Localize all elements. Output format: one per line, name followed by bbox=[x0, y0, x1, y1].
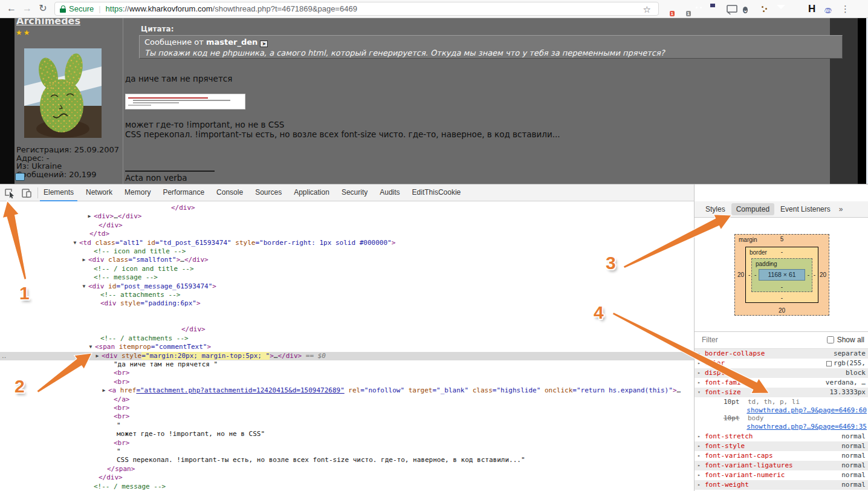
forward-icon[interactable]: → bbox=[21, 2, 34, 15]
dom-tree-row[interactable]: <!-- / icon and title --> bbox=[0, 265, 694, 273]
avatar[interactable] bbox=[24, 48, 102, 138]
computed-property-font-variant-numeric[interactable]: ▸font-variant-numericnormal bbox=[695, 470, 868, 480]
dom-tree-row[interactable]: ▼<td class="alt1" id="td_post_61593474" … bbox=[0, 239, 694, 247]
dom-tree-row[interactable]: ▼<div id="post_message_61593474"> bbox=[0, 282, 694, 291]
computed-property-font-size[interactable]: ▾font-size13.3333px bbox=[695, 388, 868, 397]
adblock-shield-extension-icon[interactable]: 1 bbox=[678, 4, 688, 15]
dom-tree-row[interactable]: <br> bbox=[0, 378, 694, 386]
dom-tree-row[interactable]: <!-- attachments --> bbox=[0, 291, 694, 299]
dom-tree-row[interactable]: <br> bbox=[0, 439, 694, 447]
us-flag-extension-icon[interactable] bbox=[710, 4, 721, 15]
devtools-tab-console[interactable]: Console bbox=[210, 184, 249, 201]
box-model-content[interactable]: 1168 × 61 bbox=[759, 269, 805, 281]
device-toolbar-icon[interactable] bbox=[21, 187, 33, 199]
robot-extension-icon[interactable] bbox=[694, 4, 705, 15]
sidebar-tab-event-listeners[interactable]: Event Listeners bbox=[776, 203, 835, 215]
computed-property-border-collapse[interactable]: ▸border-collapseseparate bbox=[695, 349, 868, 359]
dom-tree-row[interactable]: ▶<div>…</div> bbox=[0, 212, 694, 221]
devtools-tab-editthiscookie[interactable]: EditThisCookie bbox=[406, 184, 467, 201]
dom-tree-row[interactable]: </a> bbox=[0, 395, 694, 404]
source-link[interactable]: showthread.php?…9&page=6469:60 bbox=[747, 406, 867, 414]
dom-tree-row[interactable]: <div style="padding:6px"> bbox=[0, 299, 694, 308]
dom-tree-row[interactable]: <br> bbox=[0, 369, 694, 377]
dom-tree-row[interactable]: <!-- / attachments --> bbox=[0, 334, 694, 343]
source-link[interactable]: showthread.php?…9&page=6469:35 bbox=[747, 423, 867, 431]
devtools-tab-security[interactable]: Security bbox=[335, 184, 374, 201]
back-icon[interactable]: ← bbox=[5, 2, 18, 15]
dom-tree-row[interactable]: " bbox=[0, 447, 694, 456]
expand-arrow-closed-icon[interactable]: ▶ bbox=[94, 352, 101, 360]
sidebar-tab-styles[interactable]: Styles bbox=[701, 203, 730, 215]
sidebar-tab-computed[interactable]: Computed bbox=[731, 203, 774, 215]
dom-tree-row[interactable]: "да ниче там не прячется " bbox=[0, 360, 694, 369]
dom-tree-row[interactable]: CSS перекопал. !important-ты есть, но во… bbox=[0, 456, 694, 464]
ws-extension-icon[interactable]: Ws bbox=[824, 4, 835, 15]
devtools-tab-application[interactable]: Application bbox=[288, 184, 335, 201]
computed-property-font-family[interactable]: ▸font-familyverdana, … bbox=[695, 378, 868, 388]
dom-tree-row[interactable]: </div> bbox=[0, 473, 694, 482]
devtools-tab-audits[interactable]: Audits bbox=[374, 184, 406, 201]
dom-tree-row[interactable]: ▶<div class="smallfont">…</div> bbox=[0, 256, 694, 264]
dom-tree-row[interactable] bbox=[0, 308, 694, 317]
property-expand-closed-icon[interactable]: ▸ bbox=[698, 432, 701, 441]
property-expand-closed-icon[interactable]: ▸ bbox=[698, 368, 701, 378]
dom-tree-row[interactable]: </span> bbox=[0, 465, 694, 473]
dom-tree-row[interactable]: ▶<a href="attachment.php?attachmentid=12… bbox=[0, 386, 694, 395]
cast-icon[interactable] bbox=[727, 4, 737, 15]
computed-property-font-variant-caps[interactable]: ▸font-variant-capsnormal bbox=[695, 451, 868, 461]
dom-tree-row[interactable]: </td> bbox=[0, 230, 694, 238]
color-swatch[interactable] bbox=[826, 361, 832, 366]
cookie-extension-icon[interactable] bbox=[759, 4, 770, 15]
box-model-padding[interactable]: padding - - - - 1168 × 61 bbox=[751, 258, 812, 292]
filter-input[interactable] bbox=[701, 335, 791, 345]
expand-arrow-open-icon[interactable]: ▼ bbox=[80, 282, 88, 291]
property-expand-open-icon[interactable]: ▾ bbox=[698, 388, 701, 397]
dom-tree-row[interactable]: </div> bbox=[0, 221, 694, 230]
url-bar[interactable]: Secure | https://www.kharkovforum.com/sh… bbox=[54, 2, 659, 16]
devtools-tab-elements[interactable]: Elements bbox=[37, 184, 80, 201]
expand-arrow-closed-icon[interactable]: ▶ bbox=[80, 256, 88, 264]
pocket-extension-icon[interactable]: ⌄ bbox=[743, 4, 754, 15]
property-expand-closed-icon[interactable]: ▸ bbox=[698, 470, 701, 480]
inspect-element-icon[interactable] bbox=[4, 187, 16, 199]
bookmark-star-icon[interactable]: ☆ bbox=[643, 4, 651, 15]
dom-tree-row[interactable] bbox=[0, 317, 694, 325]
property-expand-closed-icon[interactable]: ▸ bbox=[698, 359, 701, 368]
onetab-extension-icon[interactable]: 1 bbox=[661, 4, 672, 15]
disabled-extension-icon[interactable] bbox=[792, 4, 803, 15]
post-author-link[interactable]: Archimedes bbox=[16, 18, 80, 27]
show-all-toggle[interactable]: Show all bbox=[827, 336, 864, 344]
expand-arrow-open-icon[interactable]: ▼ bbox=[71, 239, 79, 247]
property-expand-closed-icon[interactable]: ▸ bbox=[698, 378, 701, 388]
dom-tree-row[interactable]: <br> bbox=[0, 412, 694, 421]
dom-tree-row[interactable]: <!-- icon and title --> bbox=[0, 247, 694, 256]
show-all-checkbox[interactable] bbox=[827, 336, 834, 343]
expand-arrow-open-icon[interactable]: ▼ bbox=[87, 343, 94, 351]
dom-tree-row[interactable]: ▼<span itemprop="commentText"> bbox=[0, 343, 694, 351]
computed-property-font-style[interactable]: ▸font-stylenormal bbox=[695, 441, 868, 451]
devtools-tab-performance[interactable]: Performance bbox=[157, 184, 210, 201]
box-model-margin[interactable]: margin 5 20 20 20 border - - - - padding… bbox=[734, 234, 829, 316]
dom-tree-row[interactable]: <!-- message --> bbox=[0, 273, 694, 282]
devtools-tab-memory[interactable]: Memory bbox=[118, 184, 157, 201]
dom-tree-row[interactable]: </div> bbox=[0, 204, 694, 212]
property-expand-closed-icon[interactable]: ▸ bbox=[698, 349, 701, 359]
box-model-border[interactable]: border - - - - padding - - - - 1168 × 61 bbox=[745, 247, 818, 303]
dom-tree-row[interactable]: может где-то !important, но не в CSS" bbox=[0, 430, 694, 438]
browser-menu-icon[interactable]: ⋮ bbox=[841, 4, 849, 15]
view-post-icon[interactable]: ➤ bbox=[260, 41, 268, 47]
devtools-tab-sources[interactable]: Sources bbox=[249, 184, 288, 201]
computed-property-font-weight[interactable]: ▸font-weightnormal bbox=[695, 480, 868, 490]
property-expand-closed-icon[interactable]: ▸ bbox=[698, 451, 701, 461]
computed-property-font-stretch[interactable]: ▸font-stretchnormal bbox=[695, 432, 868, 441]
h-extension-icon[interactable]: H bbox=[808, 4, 819, 15]
computed-property-color[interactable]: ▸colorrgb(255, bbox=[695, 359, 868, 368]
devtools-tab-network[interactable]: Network bbox=[80, 184, 118, 201]
dom-tree-row[interactable]: " bbox=[0, 421, 694, 430]
property-expand-closed-icon[interactable]: ▸ bbox=[698, 480, 701, 490]
dom-tree-row[interactable]: </div> bbox=[0, 325, 694, 334]
reload-icon[interactable]: ↻ bbox=[36, 2, 50, 15]
dom-tree-row-selected[interactable]: ▶‥<div style="margin:20px; margin-top:5p… bbox=[0, 352, 694, 360]
computed-property-display[interactable]: ▸displayblock bbox=[695, 368, 868, 378]
attachment-thumbnail[interactable] bbox=[125, 94, 245, 109]
